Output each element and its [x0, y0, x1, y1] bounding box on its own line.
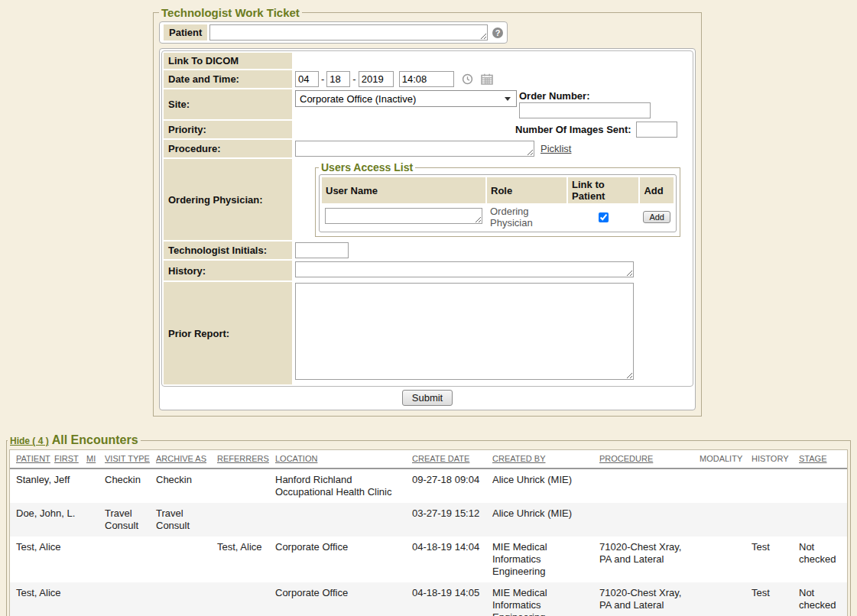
col-header-history: HISTORY: [751, 450, 799, 468]
cell-referrers: [217, 582, 275, 616]
encounter-row: Doe, John, L.Travel ConsultTravel Consul…: [10, 503, 847, 537]
col-header-mi[interactable]: MI: [86, 450, 105, 468]
ual-col-role: Role: [487, 177, 566, 203]
col-header-archive-as[interactable]: ARCHIVE AS: [156, 450, 217, 468]
cell-visit-type: Checkin: [105, 468, 156, 503]
col-header-first[interactable]: FIRST: [54, 450, 86, 468]
cell-history: Test: [751, 537, 799, 582]
cell-modality: [700, 537, 751, 582]
prior-report-input[interactable]: [295, 283, 634, 380]
cell-create-date: 04-18-19 14:05: [412, 582, 492, 616]
order-number-input[interactable]: [519, 102, 651, 118]
cell-location: Corporate Office: [275, 582, 412, 616]
users-access-list-title: Users Access List: [319, 161, 415, 173]
site-select[interactable]: Corporate Office (Inactive): [295, 90, 517, 107]
calendar-icon[interactable]: [481, 73, 493, 85]
col-header-patient[interactable]: PATIENT: [10, 450, 54, 468]
picklist-link[interactable]: Picklist: [540, 143, 571, 154]
help-icon[interactable]: ?: [492, 28, 503, 38]
encounters-table-body: Stanley, JeffCheckinCheckinHanford Richl…: [10, 468, 847, 616]
cell-created-by: Alice Uhrick (MIE): [492, 503, 599, 537]
cell-stage: Not checked: [799, 582, 847, 616]
cell-stage: [799, 503, 847, 537]
cell-archive-as: Travel Consult: [156, 503, 217, 537]
cell-visit-type: Travel Consult: [105, 503, 156, 537]
cell-create-date: 04-18-19 14:04: [412, 537, 492, 582]
all-encounters-title: All Encounters: [52, 433, 138, 446]
date-day-input[interactable]: [326, 71, 350, 87]
time-input[interactable]: [399, 71, 454, 87]
cell-history: [751, 503, 799, 537]
cell-referrers: Test, Alice: [217, 537, 275, 582]
ual-col-user-name: User Name: [322, 177, 485, 203]
col-header-procedure[interactable]: PROCEDURE: [599, 450, 700, 468]
cell-create-date: 09-27-18 09:04: [412, 468, 492, 503]
all-encounters-legend: Hide ( 4 )All Encounters: [8, 433, 141, 447]
cell-created-by: MIE Medical Informatics Engineering: [492, 582, 599, 616]
cell-created-by: Alice Uhrick (MIE): [492, 468, 599, 503]
date-separator: -: [321, 73, 324, 85]
col-header-referrers[interactable]: REFERRERS: [217, 450, 275, 468]
date-year-input[interactable]: [359, 71, 394, 87]
patient-field-box: Patient ?: [159, 21, 508, 44]
date-separator: -: [352, 73, 355, 85]
ual-col-add: Add: [640, 177, 674, 203]
cell-name: Test, Alice: [10, 582, 105, 616]
cell-procedure: [599, 503, 700, 537]
cell-referrers: [217, 468, 275, 503]
col-header-create-date[interactable]: CREATE DATE: [412, 450, 492, 468]
link-to-patient-checkbox[interactable]: [599, 212, 609, 222]
link-to-dicom-header: Link To DICOM: [164, 53, 292, 69]
encounters-table: PATIENTFIRSTMIVISIT TYPEARCHIVE ASREFERR…: [10, 450, 847, 616]
date-time-label: Date and Time:: [164, 70, 292, 88]
cell-created-by: MIE Medical Informatics Engineering: [492, 537, 599, 582]
cell-create-date: 03-27-19 15:12: [412, 503, 492, 537]
history-label: History:: [164, 261, 292, 280]
cell-location: [275, 503, 412, 537]
cell-procedure: [599, 468, 700, 503]
cell-history: [751, 468, 799, 503]
cell-modality: [700, 468, 751, 503]
ual-add-button[interactable]: Add: [643, 211, 670, 223]
work-ticket-form: Link To DICOM Date and Time: - -: [159, 48, 696, 410]
col-header-visit-type[interactable]: VISIT TYPE: [105, 450, 156, 468]
cell-visit-type: [105, 582, 156, 616]
work-ticket-title: Technologist Work Ticket: [159, 6, 302, 19]
cell-referrers: [217, 503, 275, 537]
cell-stage: Not checked: [799, 537, 847, 582]
ual-user-name-input[interactable]: [325, 208, 482, 224]
clock-icon[interactable]: [462, 73, 473, 85]
images-sent-label: Number Of Images Sent:: [515, 124, 631, 135]
cell-name: Doe, John, L.: [10, 503, 105, 537]
cell-modality: [700, 503, 751, 537]
images-sent-input[interactable]: [636, 122, 677, 138]
work-ticket-section: Technologist Work Ticket Patient ? Link …: [153, 6, 702, 417]
col-header-created-by[interactable]: CREATED BY: [492, 450, 599, 468]
cell-name: Stanley, Jeff: [10, 468, 105, 503]
tech-initials-label: Technologist Initials:: [164, 242, 292, 259]
patient-input[interactable]: [209, 24, 488, 41]
encounter-row: Test, AliceTest, AliceCorporate Office04…: [10, 537, 847, 582]
cell-location: Hanford Richland Occupational Health Cli…: [275, 468, 412, 503]
submit-button[interactable]: Submit: [402, 390, 453, 406]
cell-name: Test, Alice: [10, 537, 105, 582]
tech-initials-input[interactable]: [295, 242, 349, 258]
history-input[interactable]: [295, 261, 634, 277]
hide-encounters-link[interactable]: Hide ( 4 ): [10, 436, 49, 446]
prior-report-label: Prior Report:: [164, 282, 292, 384]
all-encounters-section: Hide ( 4 )All Encounters PATIENTFIRSTMIV…: [6, 433, 851, 616]
col-header-location[interactable]: LOCATION: [275, 450, 412, 468]
ual-role-value: Ordering Physician: [490, 206, 533, 229]
patient-label: Patient: [164, 24, 207, 41]
col-header-stage[interactable]: STAGE: [799, 450, 847, 468]
encounters-header-row: PATIENTFIRSTMIVISIT TYPEARCHIVE ASREFERR…: [10, 450, 847, 468]
ordering-physician-label: Ordering Physician:: [164, 159, 292, 240]
procedure-input[interactable]: [295, 141, 534, 157]
date-month-input[interactable]: [295, 71, 319, 87]
priority-label: Priority:: [164, 121, 292, 138]
cell-procedure: 71020-Chest Xray, PA and Lateral: [599, 582, 700, 616]
cell-archive-as: [156, 537, 217, 582]
procedure-label: Procedure:: [164, 140, 292, 157]
cell-visit-type: [105, 537, 156, 582]
site-label: Site:: [164, 89, 292, 119]
